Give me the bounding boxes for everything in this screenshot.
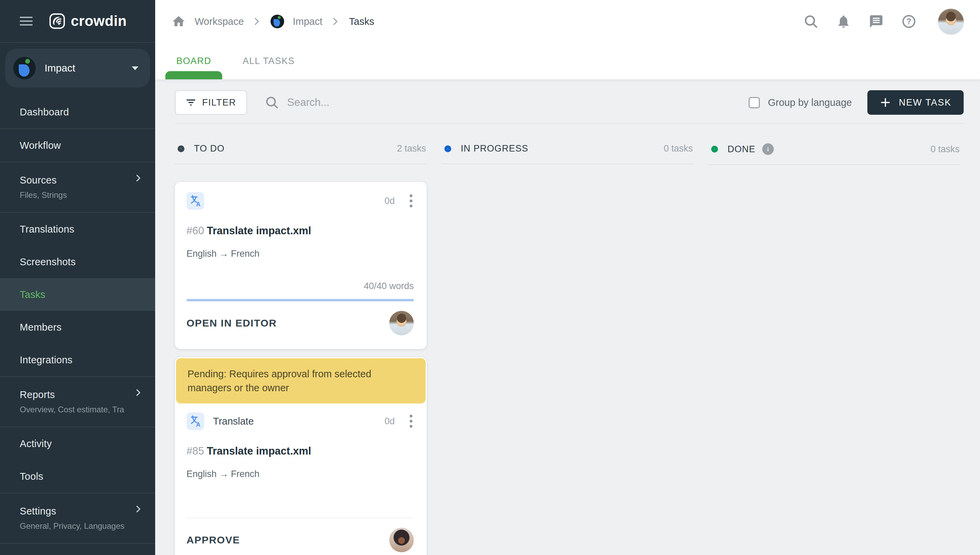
done-status-icon [711, 146, 718, 152]
card-menu-icon[interactable] [408, 193, 414, 209]
chevron-right-icon [133, 504, 143, 515]
project-name: Impact [45, 62, 132, 74]
sidebar-item-screenshots[interactable]: Screenshots [0, 245, 155, 278]
card-title: #60Translate impact.xml [187, 225, 414, 237]
translate-task-icon: A [187, 412, 204, 430]
task-board: FILTER Group by language NEW TASK [155, 79, 980, 555]
column-done: DONE i 0 tasks [708, 143, 960, 555]
column-todo-header: TO DO 2 tasks [175, 143, 427, 164]
sidebar-item-settings[interactable]: Settings General, Privacy, Languages, Q.… [0, 493, 155, 543]
notifications-bell-icon[interactable] [836, 14, 851, 29]
column-todo-cards: A 0d #60Translate impact.xml English → F… [175, 182, 427, 555]
svg-text:?: ? [906, 17, 911, 26]
top-header: Workspace Impact Tasks [155, 0, 980, 79]
board-columns: TO DO 2 tasks [175, 143, 964, 555]
user-avatar[interactable] [938, 9, 964, 34]
plus-icon [879, 97, 891, 108]
group-by-language-checkbox[interactable] [748, 97, 760, 108]
search-icon [265, 95, 279, 110]
sidebar-item-reports[interactable]: Reports Overview, Cost estimate, Transl.… [0, 377, 155, 427]
new-task-label: NEW TASK [898, 97, 951, 108]
messages-icon[interactable] [869, 14, 884, 29]
breadcrumb-project[interactable]: Impact [293, 16, 323, 27]
divider [187, 518, 414, 518]
sidebar-item-tasks[interactable]: Tasks [0, 278, 155, 311]
filter-label: FILTER [202, 97, 236, 108]
card-word-count: 40/40 words [187, 281, 414, 292]
card-title: #85Translate impact.xml [187, 445, 414, 457]
card-menu-icon[interactable] [408, 413, 414, 429]
column-in-progress: IN PROGRESS 0 tasks [442, 143, 694, 555]
app-window: crowdin Impact Dashboard Workflow Source… [0, 0, 980, 555]
menu-toggle-icon[interactable] [20, 14, 33, 28]
sidebar-item-activity[interactable]: Activity [0, 427, 155, 460]
approve-button[interactable]: APPROVE [187, 534, 240, 546]
board-toolbar: FILTER Group by language NEW TASK [175, 90, 964, 115]
todo-status-icon [177, 145, 184, 152]
filter-button[interactable]: FILTER [175, 90, 247, 115]
sidebar-item-workflow[interactable]: Workflow [0, 129, 155, 162]
card-languages: English → French [187, 249, 414, 259]
sidebar-item-translations[interactable]: Translations [0, 213, 155, 245]
sidebar-item-members[interactable]: Members [0, 311, 155, 343]
card-footer: APPROVE [187, 528, 414, 552]
crowdin-mark-icon [49, 13, 66, 29]
sidebar-item-integrations[interactable]: Integrations [0, 343, 155, 376]
help-icon[interactable]: ? [902, 14, 916, 29]
chevron-right-icon [133, 388, 143, 399]
breadcrumb-project-avatar[interactable] [270, 14, 284, 28]
search-icon[interactable] [803, 14, 819, 29]
column-done-header: DONE i 0 tasks [708, 143, 960, 165]
sidebar-item-sources[interactable]: Sources Files, Strings [0, 162, 155, 212]
task-id: #60 [187, 225, 204, 237]
tab-board[interactable]: BOARD [171, 43, 216, 79]
task-name: Translate impact.xml [207, 445, 311, 457]
search-input[interactable] [287, 96, 525, 109]
new-task-button[interactable]: NEW TASK [867, 90, 964, 115]
group-by-language-label: Group by language [768, 97, 852, 108]
column-name: IN PROGRESS [461, 143, 528, 154]
column-count: 2 tasks [397, 143, 426, 154]
open-in-editor-button[interactable]: OPEN IN EDITOR [187, 318, 277, 329]
column-todo: TO DO 2 tasks [175, 143, 427, 555]
home-icon[interactable] [171, 14, 186, 29]
column-name: TO DO [194, 143, 225, 154]
sidebar-item-dashboard[interactable]: Dashboard [0, 96, 155, 128]
task-card-85[interactable]: Pending: Requires approval from selected… [175, 357, 427, 555]
sidebar-item-tools[interactable]: Tools [0, 460, 155, 493]
in-progress-status-icon [444, 145, 451, 152]
tab-all-tasks[interactable]: ALL TASKS [238, 43, 299, 79]
assignee-avatar [389, 528, 414, 552]
svg-text:A: A [196, 421, 200, 428]
chevron-right-icon [330, 16, 340, 27]
breadcrumb-current: Tasks [349, 16, 374, 27]
search-box [265, 95, 748, 110]
main-area: Workspace Impact Tasks [155, 0, 980, 555]
task-card-60[interactable]: A 0d #60Translate impact.xml English → F… [175, 182, 427, 349]
tabs-bar: BOARD ALL TASKS [155, 43, 980, 79]
group-by-language-toggle[interactable]: Group by language [748, 97, 852, 108]
sidebar-nav: Dashboard Workflow Sources Files, String… [0, 96, 155, 555]
divider [0, 543, 155, 544]
svg-text:i: i [767, 146, 769, 152]
project-selector[interactable]: Impact [5, 49, 150, 88]
crowdin-logo[interactable]: crowdin [49, 13, 127, 29]
task-id: #85 [187, 445, 204, 457]
divider [175, 123, 964, 124]
assignee-avatar [389, 311, 414, 335]
pending-banner: Pending: Requires approval from selected… [176, 358, 426, 404]
info-icon[interactable]: i [762, 143, 774, 155]
logo-wordmark: crowdin [71, 13, 127, 29]
due-badge: 0d [385, 196, 395, 206]
task-type-label: Translate [213, 416, 254, 427]
breadcrumb-workspace[interactable]: Workspace [195, 16, 244, 27]
project-avatar [13, 57, 36, 79]
column-name: DONE [727, 144, 755, 155]
column-count: 0 tasks [930, 144, 959, 155]
header-actions: ? [803, 9, 964, 34]
progress-bar [187, 299, 414, 302]
filter-icon [186, 98, 196, 107]
chevron-down-icon [132, 66, 139, 70]
card-languages: English → French [187, 469, 414, 480]
svg-text:A: A [196, 201, 200, 207]
